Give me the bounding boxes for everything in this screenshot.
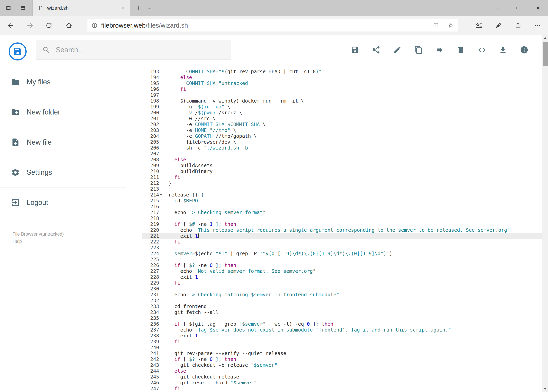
refresh-button[interactable]	[45, 22, 53, 29]
code-line[interactable]: 217 echo "> Checking semver format"	[142, 210, 542, 216]
delete-button[interactable]	[457, 46, 465, 54]
url-text[interactable]: filebrowser.web/files/wizard.sh	[101, 22, 433, 29]
set-tabs-aside-icon[interactable]	[6, 5, 11, 11]
code-line[interactable]: 220 echo "This release script requires a…	[142, 227, 542, 233]
code-line[interactable]: 203 -e HOME="//tmp" \	[142, 127, 542, 133]
code-line[interactable]: 239 fi	[142, 339, 542, 345]
code-line[interactable]: 202 -e COMMIT_SHA=$COMMIT_SHA \	[142, 121, 542, 127]
code-line[interactable]: 241 git rev-parse --verify --quiet relea…	[142, 350, 542, 356]
code-line[interactable]: 247 fi	[142, 386, 542, 392]
page-scrollbar[interactable]	[542, 35, 548, 392]
code-line[interactable]: 235	[142, 315, 542, 321]
favorite-star-icon[interactable]	[448, 22, 454, 28]
code-line[interactable]: 198 $(command -v winpty) docker run --rm…	[142, 98, 542, 104]
address-bar[interactable]: filebrowser.web/files/wizard.sh	[87, 19, 458, 32]
web-note-pen-icon[interactable]	[495, 22, 502, 29]
code-line[interactable]: 195 COMMIT_SHA="untracked"	[142, 80, 542, 86]
sidebar-item-settings[interactable]: Settings	[0, 157, 126, 188]
code-editor[interactable]: 193 COMMIT_SHA="$(git rev-parse HEAD | c…	[142, 65, 542, 392]
code-line[interactable]: 222 fi	[142, 239, 542, 245]
code-line[interactable]: 213	[142, 186, 542, 192]
code-line[interactable]: 236 if [ $(git tag | grep "$semver" | wc…	[142, 321, 542, 327]
copy-button[interactable]	[414, 46, 423, 54]
source-view-button[interactable]	[478, 46, 486, 54]
code-line[interactable]: 216	[142, 204, 542, 210]
move-button[interactable]	[435, 46, 444, 54]
scroll-down-arrow[interactable]	[542, 385, 548, 392]
code-line[interactable]: 206 sh -c "./wizard.sh -b"	[142, 145, 542, 151]
save-button[interactable]	[351, 46, 359, 54]
download-button[interactable]	[499, 46, 507, 54]
maximize-button[interactable]	[508, 0, 528, 16]
sidebar-item-new-folder[interactable]: New folder	[0, 97, 126, 127]
code-line[interactable]: 194 else	[142, 75, 542, 80]
code-line[interactable]: 225	[142, 257, 542, 262]
rename-button[interactable]	[393, 46, 402, 54]
code-line[interactable]: 214▾release () {	[142, 192, 542, 198]
info-button[interactable]	[520, 46, 528, 54]
sidebar-item-new-file[interactable]: New file	[0, 127, 126, 157]
code-line[interactable]: 229 fi	[142, 280, 542, 286]
code-line[interactable]: 232	[142, 298, 542, 304]
code-line[interactable]: 233 cd frontend	[142, 304, 542, 309]
filebrowser-logo[interactable]	[9, 42, 27, 61]
code-line[interactable]: 196 fi	[142, 86, 542, 92]
code-line[interactable]: 215 cd $REPO	[142, 198, 542, 204]
hub-favorites-icon[interactable]	[475, 22, 483, 29]
scrollbar-thumb[interactable]	[543, 42, 548, 66]
close-window-button[interactable]	[528, 0, 548, 16]
tab-preview-chevron-icon[interactable]	[146, 5, 153, 11]
fold-marker-icon[interactable]: ▾	[159, 192, 163, 198]
code-line[interactable]: 208 else	[142, 157, 542, 163]
share-page-icon[interactable]	[514, 22, 522, 29]
code-line[interactable]: 211 fi	[142, 174, 542, 180]
search-box[interactable]	[36, 40, 231, 60]
back-button[interactable]	[7, 22, 14, 29]
tabs-preview-icon[interactable]	[20, 5, 26, 11]
code-line[interactable]: 230	[142, 286, 542, 292]
reading-view-icon[interactable]	[433, 22, 439, 28]
new-tab-button[interactable]	[135, 4, 142, 12]
code-line[interactable]: 221 exit 1	[142, 233, 542, 239]
code-line[interactable]: 227 echo "Not valid semver format. See s…	[142, 268, 542, 274]
more-menu-icon[interactable]	[534, 22, 541, 29]
home-button[interactable]	[65, 22, 73, 29]
code-line[interactable]: 197	[142, 92, 542, 98]
sidebar-item-my-files[interactable]: My files	[0, 67, 126, 97]
code-line[interactable]: 244 else	[142, 368, 542, 374]
code-line[interactable]: 226 if [ $? -ne 0 ]; then	[142, 262, 542, 268]
code-line[interactable]: 237 echo "Tag $semver does not exist in …	[142, 327, 542, 333]
code-line[interactable]: 199 -u "$(id -u)" \	[142, 104, 542, 110]
tab-close-icon[interactable]	[120, 6, 125, 10]
share-button[interactable]	[372, 46, 381, 54]
code-line[interactable]: 218	[142, 216, 542, 221]
code-line[interactable]: 240	[142, 345, 542, 350]
code-line[interactable]: 228 exit 1	[142, 274, 542, 280]
code-line[interactable]: 224 semver=$(echo "$1" | grep -P '^v(0|[…	[142, 251, 542, 257]
code-line[interactable]: 212}	[142, 180, 542, 186]
code-line[interactable]: 238 exit 1	[142, 333, 542, 339]
code-line[interactable]: 246 git reset --hard "$semver"	[142, 380, 542, 386]
code-line[interactable]: 201 -w //src \	[142, 116, 542, 121]
code-line[interactable]: 200 -v /$(pwd):/src:z \	[142, 110, 542, 116]
code-line[interactable]: 243 git checkout -b release "$semver"	[142, 362, 542, 368]
scroll-up-arrow[interactable]	[542, 35, 548, 42]
code-line[interactable]: 210 buildBinary	[142, 168, 542, 174]
code-line[interactable]: 205 filebrowser/dev \	[142, 139, 542, 145]
code-line[interactable]: 193 COMMIT_SHA="$(git rev-parse HEAD | c…	[142, 69, 542, 75]
code-line[interactable]: 245 git checkout release	[142, 374, 542, 380]
help-link[interactable]: Help	[13, 238, 64, 245]
code-line[interactable]: 209 buildAssets	[142, 163, 542, 168]
code-line[interactable]: 219 if [ $# -ne 1 ]; then	[142, 221, 542, 227]
sidebar-item-logout[interactable]: Logout	[0, 188, 126, 218]
code-line[interactable]: 234 git fetch --all	[142, 309, 542, 315]
code-line[interactable]: 231 echo "> Checking matching $semver in…	[142, 292, 542, 298]
code-line[interactable]: 242 if [ $? -ne 0 ]; then	[142, 356, 542, 362]
minimize-button[interactable]	[487, 0, 508, 16]
browser-tab-active[interactable]: wizard.sh	[33, 0, 130, 16]
code-line[interactable]: 223	[142, 245, 542, 251]
forward-button[interactable]	[26, 22, 34, 29]
code-line[interactable]: 207	[142, 151, 542, 157]
site-info-icon[interactable]	[91, 22, 98, 28]
code-line[interactable]: 204 -e GOPATH=//tmp/gopath \	[142, 133, 542, 139]
